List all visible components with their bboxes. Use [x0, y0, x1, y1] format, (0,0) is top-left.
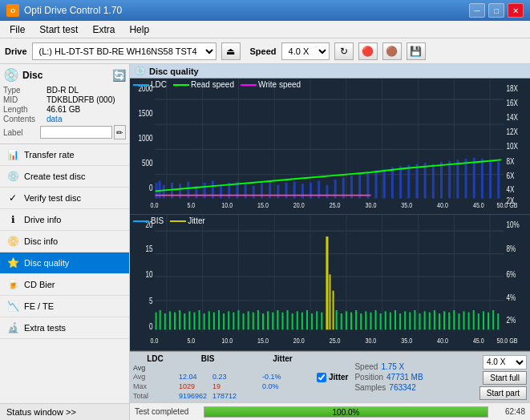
speed-select[interactable]: 4.0 X [281, 42, 330, 60]
svg-rect-72 [407, 165, 410, 199]
svg-rect-139 [248, 311, 249, 329]
svg-rect-123 [169, 311, 171, 329]
start-full-button[interactable]: Start full [483, 371, 527, 385]
menu-start-test[interactable]: Start test [33, 22, 84, 37]
svg-text:25.0: 25.0 [330, 335, 341, 344]
svg-rect-189 [488, 313, 489, 330]
read-speed-legend-color [173, 84, 189, 86]
svg-rect-62 [326, 185, 328, 199]
read-speed-legend-label: Read speed [191, 80, 234, 89]
disc-type-label: Type [3, 86, 45, 95]
svg-rect-127 [188, 311, 190, 329]
svg-rect-143 [267, 311, 269, 329]
svg-text:10%: 10% [506, 220, 520, 229]
refresh-button[interactable]: ↻ [334, 42, 354, 60]
disc-contents-label: Contents [3, 115, 45, 123]
svg-rect-82 [489, 160, 492, 198]
svg-text:12X: 12X [506, 127, 518, 136]
eject-button[interactable]: ⏏ [221, 42, 241, 60]
svg-rect-168 [385, 311, 386, 329]
minimize-button[interactable]: ─ [469, 3, 485, 18]
sidebar-item-fe-te[interactable]: 📉 FE / TE [0, 296, 129, 317]
test-speed-select[interactable]: 4.0 X [483, 355, 527, 370]
menu-file[interactable]: File [3, 22, 31, 37]
settings-button1[interactable]: 🔴 [358, 42, 378, 60]
disc-contents-row: Contents data [3, 115, 126, 123]
svg-text:25.0: 25.0 [330, 201, 341, 209]
svg-text:18X: 18X [506, 84, 518, 93]
close-button[interactable]: ✕ [508, 3, 524, 18]
jitter-checkbox[interactable] [317, 373, 326, 382]
sidebar-item-create-test-disc[interactable]: 💿 Create test disc [0, 166, 129, 188]
svg-text:35.0: 35.0 [401, 335, 412, 344]
disc-quality-icon: ⭐ [6, 256, 19, 269]
bis-chart-svg: 20 15 10 5 0 10% 8% 6% 4% 2% [130, 215, 530, 350]
disc-panel: 💿 Disc 🔄 Type BD-R DL MID TDKBLDRFB (000… [0, 64, 129, 144]
sidebar-item-transfer-rate[interactable]: 📊 Transfer rate [0, 144, 129, 166]
svg-rect-142 [262, 313, 264, 329]
disc-quality-header: 💿 Disc quality [130, 64, 530, 79]
svg-rect-156 [316, 311, 318, 329]
svg-rect-187 [478, 313, 479, 329]
svg-rect-183 [458, 313, 459, 329]
write-speed-legend-label: Write speed [258, 80, 301, 89]
svg-text:10X: 10X [506, 142, 518, 151]
maximize-button[interactable]: □ [488, 3, 504, 18]
transfer-rate-label: Transfer rate [24, 150, 75, 160]
main-content: 💿 Disc quality LDC Read speed [130, 64, 530, 420]
bis-header: BIS [192, 354, 224, 363]
start-part-button[interactable]: Start part [479, 386, 527, 400]
svg-text:20.0: 20.0 [293, 201, 305, 209]
svg-text:0: 0 [149, 184, 153, 192]
drive-select[interactable]: (L:) HL-DT-ST BD-RE WH16NS58 TST4 [32, 42, 216, 60]
menu-help[interactable]: Help [123, 22, 156, 37]
svg-rect-53 [253, 186, 255, 199]
svg-rect-166 [375, 310, 377, 329]
svg-text:14X: 14X [506, 113, 518, 122]
svg-rect-154 [306, 310, 308, 329]
svg-text:0.0: 0.0 [151, 335, 159, 344]
svg-text:1000: 1000 [138, 134, 152, 143]
sidebar: 💿 Disc 🔄 Type BD-R DL MID TDKBLDRFB (000… [0, 64, 130, 420]
svg-text:30.0: 30.0 [365, 201, 376, 209]
sidebar-item-verify-test-disc[interactable]: ✓ Verify test disc [0, 188, 129, 209]
disc-label-input[interactable] [40, 126, 112, 139]
verify-disc-label: Verify test disc [24, 193, 81, 203]
svg-rect-121 [160, 310, 161, 329]
disc-length-row: Length 46.61 GB [3, 105, 126, 114]
sidebar-item-disc-quality[interactable]: ⭐ Disc quality [0, 252, 129, 274]
svg-rect-171 [399, 313, 401, 329]
sidebar-item-drive-info[interactable]: ℹ Drive info [0, 209, 129, 231]
svg-rect-75 [432, 164, 435, 199]
svg-rect-144 [272, 313, 273, 330]
svg-rect-182 [453, 310, 455, 329]
save-button[interactable]: 💾 [407, 42, 426, 60]
menu-extra[interactable]: Extra [86, 22, 121, 37]
svg-rect-155 [311, 313, 313, 329]
svg-rect-81 [481, 159, 483, 198]
sidebar-item-cd-bier[interactable]: 🍺 CD Bier [0, 274, 129, 296]
disc-mid-value: TDKBLDRFB (000) [47, 95, 115, 104]
svg-rect-59 [301, 184, 304, 198]
svg-text:6X: 6X [506, 172, 515, 180]
svg-rect-184 [463, 311, 464, 329]
samples-value: 763342 [389, 383, 415, 392]
disc-info-icon: 📀 [6, 235, 19, 248]
svg-text:45.0: 45.0 [473, 335, 484, 344]
disc-label-btn[interactable]: ✏ [114, 125, 126, 139]
svg-rect-44 [179, 184, 181, 198]
svg-rect-167 [380, 313, 382, 329]
sidebar-item-disc-info[interactable]: 📀 Disc info [0, 231, 129, 252]
bis-legend-label: BIS [151, 216, 164, 225]
disc-change-icon[interactable]: 🔄 [112, 69, 126, 82]
settings-button2[interactable]: 🟤 [382, 42, 402, 60]
status-window-button[interactable]: Status window >> [0, 403, 129, 420]
avg-jitter: -0.1% [262, 373, 310, 381]
svg-text:20.0: 20.0 [293, 335, 305, 344]
disc-quality-label: Disc quality [24, 258, 69, 268]
svg-rect-178 [434, 310, 435, 329]
svg-rect-177 [429, 313, 431, 330]
sidebar-item-extra-tests[interactable]: 🔬 Extra tests [0, 317, 129, 339]
svg-rect-150 [287, 310, 289, 329]
svg-rect-181 [448, 313, 450, 330]
